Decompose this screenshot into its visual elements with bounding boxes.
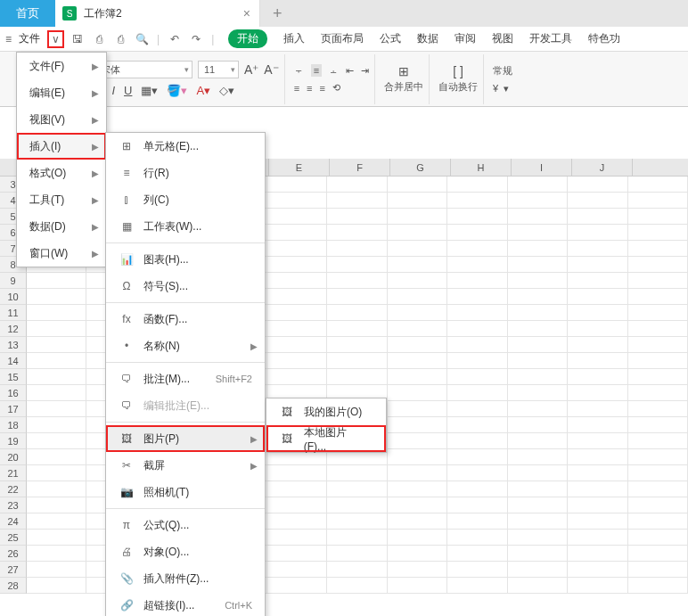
- cell[interactable]: [568, 497, 627, 513]
- cell[interactable]: [628, 193, 688, 209]
- cell[interactable]: [447, 465, 507, 481]
- cell[interactable]: [568, 481, 627, 497]
- cell[interactable]: [508, 530, 568, 546]
- cell[interactable]: [327, 273, 387, 289]
- cell[interactable]: [628, 401, 688, 417]
- cell[interactable]: [568, 513, 627, 530]
- font-name-combo[interactable]: 宋体: [94, 61, 192, 78]
- insert-menu-item[interactable]: ⊞单元格(E)...: [106, 133, 265, 160]
- column-header[interactable]: I: [512, 159, 572, 176]
- cell[interactable]: [447, 193, 507, 209]
- cell[interactable]: [388, 385, 447, 401]
- insert-menu-item[interactable]: ≡行(R): [106, 160, 265, 186]
- cell[interactable]: [267, 209, 327, 225]
- row-header[interactable]: 23: [0, 497, 27, 513]
- insert-menu-item[interactable]: 📷照相机(T): [106, 479, 265, 505]
- tab-home[interactable]: 首页: [0, 0, 55, 27]
- cell[interactable]: [327, 337, 387, 353]
- align-top-icon[interactable]: ⫟: [294, 65, 304, 76]
- cell[interactable]: [27, 546, 86, 562]
- insert-menu-item[interactable]: 🔗超链接(I)...Ctrl+K: [106, 592, 265, 616]
- cell[interactable]: [508, 401, 568, 417]
- insert-menu-item[interactable]: fx函数(F)...: [106, 306, 265, 333]
- cell[interactable]: [508, 417, 568, 433]
- cell[interactable]: [447, 562, 507, 578]
- align-bottom-icon[interactable]: ⫠: [329, 65, 339, 76]
- row-header[interactable]: 16: [0, 385, 27, 401]
- row-header[interactable]: 18: [0, 417, 27, 433]
- row-header[interactable]: 24: [0, 513, 27, 530]
- hamburger-icon[interactable]: ≡: [5, 33, 12, 45]
- cell[interactable]: [388, 193, 447, 209]
- cell[interactable]: [447, 241, 507, 257]
- cell[interactable]: [447, 481, 507, 497]
- cell[interactable]: [327, 562, 387, 578]
- cell[interactable]: [327, 530, 387, 546]
- insert-menu-item[interactable]: 📊图表(H)...: [106, 246, 265, 273]
- clear-format-icon[interactable]: ◇▾: [219, 84, 234, 97]
- cell[interactable]: [568, 369, 627, 385]
- cell[interactable]: [447, 385, 507, 401]
- merge-icon[interactable]: ⊞: [398, 64, 409, 78]
- cell[interactable]: [628, 465, 688, 481]
- orientation-icon[interactable]: ⟲: [332, 82, 340, 94]
- cell[interactable]: [388, 497, 447, 513]
- column-header[interactable]: J: [572, 159, 633, 176]
- cell[interactable]: [447, 530, 507, 546]
- underline-button[interactable]: U: [124, 84, 132, 97]
- cell[interactable]: [327, 241, 387, 257]
- row-header[interactable]: 19: [0, 433, 27, 449]
- cell[interactable]: [267, 481, 327, 497]
- cell[interactable]: [508, 513, 568, 530]
- file-menu-caret[interactable]: ∨: [47, 30, 64, 48]
- cell[interactable]: [267, 241, 327, 257]
- cell[interactable]: [27, 449, 86, 465]
- cell[interactable]: [327, 353, 387, 369]
- cell[interactable]: [568, 321, 627, 337]
- cell[interactable]: [267, 513, 327, 530]
- cell[interactable]: [327, 305, 387, 321]
- cell[interactable]: [267, 497, 327, 513]
- cell[interactable]: [508, 305, 568, 321]
- cell[interactable]: [447, 578, 507, 594]
- cell[interactable]: [447, 209, 507, 225]
- cell[interactable]: [27, 530, 86, 546]
- cell[interactable]: [267, 193, 327, 209]
- cell[interactable]: [508, 241, 568, 257]
- cell[interactable]: [267, 578, 327, 594]
- cell[interactable]: [27, 401, 86, 417]
- decrease-font-icon[interactable]: A⁻: [264, 62, 278, 77]
- cell[interactable]: [388, 578, 447, 594]
- cell[interactable]: [447, 273, 507, 289]
- insert-menu-item[interactable]: 🖨对象(O)...: [106, 538, 265, 565]
- cell[interactable]: [447, 546, 507, 562]
- cell[interactable]: [267, 546, 327, 562]
- cell[interactable]: [327, 513, 387, 530]
- cell[interactable]: [568, 417, 627, 433]
- cell[interactable]: [628, 497, 688, 513]
- cell[interactable]: [628, 337, 688, 353]
- cell[interactable]: [508, 578, 568, 594]
- cell[interactable]: [388, 530, 447, 546]
- cell[interactable]: [447, 321, 507, 337]
- cell[interactable]: [27, 465, 86, 481]
- row-header[interactable]: 10: [0, 289, 27, 305]
- number-format-label[interactable]: 常规: [493, 64, 512, 78]
- cell[interactable]: [447, 433, 507, 449]
- cell[interactable]: [327, 369, 387, 385]
- ribbon-tab-dev[interactable]: 开发工具: [529, 31, 572, 46]
- cell[interactable]: [327, 465, 387, 481]
- row-header[interactable]: 9: [0, 273, 27, 289]
- cell[interactable]: [508, 481, 568, 497]
- cell[interactable]: [388, 401, 447, 417]
- cell[interactable]: [628, 353, 688, 369]
- font-color-icon[interactable]: A▾: [196, 84, 210, 97]
- ribbon-tab-insert[interactable]: 插入: [283, 31, 305, 46]
- row-header[interactable]: 28: [0, 578, 27, 594]
- cell[interactable]: [628, 321, 688, 337]
- row-header[interactable]: 11: [0, 305, 27, 321]
- print-icon[interactable]: ⎙: [91, 33, 107, 45]
- font-size-combo[interactable]: 11: [198, 61, 239, 78]
- cell[interactable]: [27, 385, 86, 401]
- cell[interactable]: [508, 193, 568, 209]
